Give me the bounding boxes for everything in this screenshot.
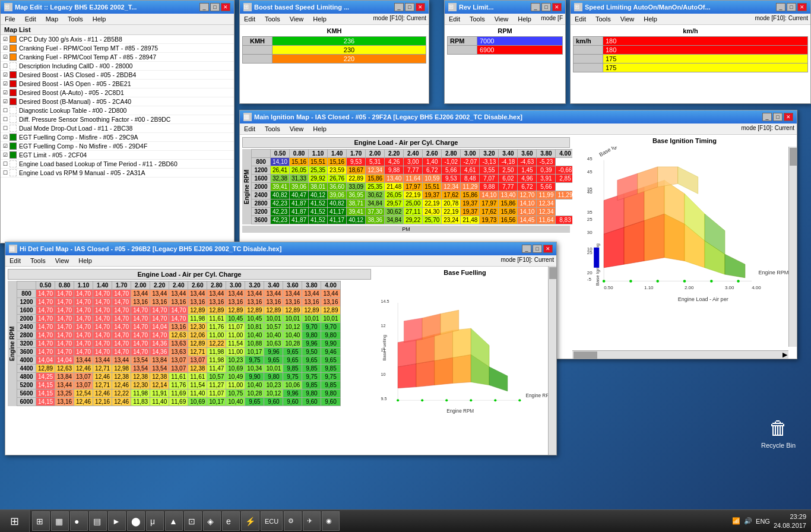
boost-menu-view[interactable]: View [288,15,306,23]
table-cell[interactable]: 13,16 [169,298,188,306]
table-cell[interactable]: 9,85 [302,365,321,373]
table-cell[interactable]: 15,51 [423,183,442,191]
table-cell[interactable]: 12,89 [36,365,55,373]
speed-menu-view[interactable]: View [619,15,636,23]
table-cell[interactable]: 14,70 [112,348,131,356]
table-cell[interactable]: 13,16 [188,298,207,306]
table-cell[interactable]: 6,72 [423,166,442,175]
rev-cell-6900[interactable]: 6900 [477,46,563,55]
table-cell[interactable]: 13,44 [264,290,283,298]
table-cell[interactable]: 13,16 [169,323,188,331]
table-cell[interactable]: 13,44 [112,356,131,365]
table-cell[interactable]: 14,70 [112,323,131,331]
rev-minimize[interactable]: _ [531,3,540,11]
table-cell[interactable]: 11,54 [188,381,207,390]
table-cell[interactable]: 11,64 [404,175,423,183]
table-cell[interactable]: 25,35 [366,183,385,191]
table-cell[interactable]: 14,70 [55,306,74,315]
table-cell[interactable]: 10,59 [423,175,442,183]
table-cell[interactable]: 10,23 [226,356,245,365]
table-cell[interactable]: 11,40 [188,390,207,398]
table-cell[interactable]: 14,70 [150,331,169,340]
speed-menu-edit[interactable]: Edit [573,15,588,23]
map-list-item[interactable]: ☑Desired Boost (B-Manual) - #05 - 2CA40 [1,97,234,106]
table-cell[interactable]: 12,89 [283,306,302,315]
table-cell[interactable]: 10,81 [245,323,264,331]
table-cell[interactable]: 39,41 [271,183,290,191]
table-cell[interactable]: 13,16 [55,398,74,406]
table-cell[interactable]: -4,63 [518,158,537,166]
map-list-item[interactable]: ☐Dual Mode Drop-Out Load - #11 - 2BC38 [1,124,234,133]
table-cell[interactable]: 12,34 [537,200,556,208]
table-cell[interactable]: 13,84 [150,356,169,365]
menu-help[interactable]: Help [91,15,108,23]
table-cell[interactable]: 14,70 [131,348,150,356]
table-cell[interactable]: 11,00 [226,381,245,390]
speed-cell-175b[interactable]: 175 [603,64,808,72]
table-cell[interactable]: 11,98 [207,348,226,356]
table-cell[interactable]: 34,84 [366,200,385,208]
map-item-checkbox[interactable]: ☐ [3,161,8,167]
table-cell[interactable]: 14,70 [74,298,93,306]
table-cell[interactable]: 38,01 [309,183,328,191]
table-cell[interactable]: 13,54 [131,365,150,373]
table-cell[interactable]: 9,80 [321,331,340,340]
table-cell[interactable]: 9,80 [321,390,340,398]
map-item-checkbox[interactable]: ☐ [3,63,8,69]
rev-titlebar[interactable]: ⊞ Rev Limit... _ □ ✕ [445,1,565,14]
map-list-item[interactable]: ☐Description Including CallD - #00 - 280… [1,62,234,71]
table-cell[interactable]: 14,70 [55,315,74,323]
menu-map[interactable]: Map [44,15,60,23]
table-cell[interactable]: 13,07 [74,381,93,390]
table-cell[interactable]: 3,55 [480,166,499,175]
taskbar-item[interactable]: ⬤ [127,511,145,531]
table-cell[interactable]: 12,46 [112,381,131,390]
table-cell[interactable]: 14,70 [112,315,131,323]
table-cell[interactable]: 13,44 [74,356,93,365]
table-cell[interactable]: 13,44 [283,290,302,298]
table-cell[interactable]: 12,22 [112,390,131,398]
table-cell[interactable]: 14,70 [74,290,93,298]
table-cell[interactable]: -2,07 [461,158,480,166]
map-item-checkbox[interactable]: ☑ [3,45,8,51]
table-cell[interactable]: 10,12 [264,390,283,398]
table-cell[interactable]: 14,70 [93,298,112,306]
table-cell[interactable]: 13,44 [188,290,207,298]
table-cell[interactable]: 13,07 [169,365,188,373]
table-cell[interactable]: 14,70 [36,315,55,323]
map-list-item[interactable]: ☑Cranking Fuel - RPM/Cool Temp AT - #85 … [1,53,234,62]
table-cell[interactable]: 25,00 [404,200,423,208]
table-cell[interactable]: 13,16 [264,298,283,306]
table-cell[interactable]: 10,49 [226,373,245,381]
table-cell[interactable]: 11,29 [556,191,572,200]
table-cell[interactable]: 13,16 [150,298,169,306]
rev-menu-view[interactable]: View [493,15,511,23]
taskbar-item[interactable]: ● [70,511,88,531]
table-cell[interactable]: 11,98 [188,315,207,323]
table-cell[interactable]: 29,22 [404,216,423,224]
taskbar-item[interactable]: ▦ [51,511,69,531]
table-cell[interactable]: 14,70 [131,315,150,323]
table-cell[interactable]: 5,66 [537,183,556,191]
table-cell[interactable]: 13,16 [226,298,245,306]
table-cell[interactable]: 11,54 [226,340,245,348]
table-cell[interactable]: 4,96 [518,175,537,183]
map-list-item[interactable]: ☐Engine Load based Lookup of Time Period… [1,160,234,169]
table-cell[interactable]: 14,70 [74,306,93,315]
table-cell[interactable]: 13,44 [150,290,169,298]
table-cell[interactable]: 14,36 [150,340,169,348]
map-item-checkbox[interactable]: ☑ [3,99,8,104]
table-cell[interactable]: 14,10 [518,208,537,216]
table-cell[interactable]: 15,51 [309,158,328,166]
table-cell[interactable]: 14,70 [93,290,112,298]
table-cell[interactable]: 13,07 [169,356,188,365]
table-cell[interactable]: 12,16 [93,398,112,406]
table-cell[interactable]: 11,61 [188,373,207,381]
ignition-scroll-right[interactable]: ▶ [783,351,787,359]
table-cell[interactable]: 41,52 [309,216,328,224]
map-item-checkbox[interactable]: ☑ [3,36,8,42]
table-cell[interactable]: 20,78 [442,200,461,208]
boost-menu-edit[interactable]: Edit [242,15,257,23]
table-cell[interactable]: 10,01 [264,365,283,373]
table-cell[interactable]: 11,69 [169,398,188,406]
